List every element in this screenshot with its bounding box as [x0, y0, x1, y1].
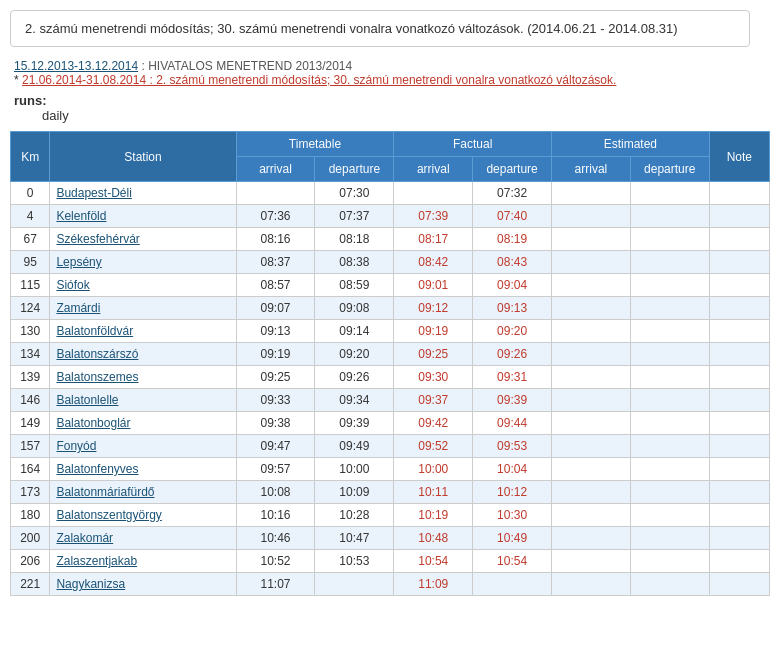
station-link[interactable]: Balatonszentgyörgy — [56, 508, 161, 522]
fa-departure: 09:13 — [473, 297, 552, 320]
station-link[interactable]: Balatonlelle — [56, 393, 118, 407]
station-link[interactable]: Nagykanizsa — [56, 577, 125, 591]
station-link[interactable]: Székesfehérvár — [56, 232, 139, 246]
station-link[interactable]: Lepsény — [56, 255, 101, 269]
notice-box: 2. számú menetrendi módosítás; 30. számú… — [10, 10, 750, 47]
tt-arrival: 11:07 — [236, 573, 315, 596]
fa-arrival: 09:42 — [394, 412, 473, 435]
station-link[interactable]: Balatonszemes — [56, 370, 138, 384]
timetable: Km Station Timetable Factual Estimated N… — [10, 131, 770, 596]
station-link[interactable]: Balatonföldvár — [56, 324, 133, 338]
note-header: Note — [709, 132, 769, 182]
tt-arrival: 10:46 — [236, 527, 315, 550]
station-cell: Balatonszentgyörgy — [50, 504, 236, 527]
station-link[interactable]: Zalaszentjakab — [56, 554, 137, 568]
table-row: 130Balatonföldvár09:1309:1409:1909:20 — [11, 320, 770, 343]
fa-arrival: 09:01 — [394, 274, 473, 297]
es-departure — [630, 251, 709, 274]
station-header: Station — [50, 132, 236, 182]
factual-header: Factual — [394, 132, 552, 157]
station-link[interactable]: Balatonfenyves — [56, 462, 138, 476]
tt-arrival: 09:19 — [236, 343, 315, 366]
table-row: 134Balatonszárszó09:1909:2009:2509:26 — [11, 343, 770, 366]
es-arrival — [551, 320, 630, 343]
fa-departure-header: departure — [473, 157, 552, 182]
tt-arrival: 09:47 — [236, 435, 315, 458]
station-link[interactable]: Budapest-Déli — [56, 186, 131, 200]
fa-arrival: 10:54 — [394, 550, 473, 573]
station-link[interactable]: Zamárdi — [56, 301, 100, 315]
station-link[interactable]: Fonyód — [56, 439, 96, 453]
es-departure — [630, 573, 709, 596]
note-cell — [709, 228, 769, 251]
timetable-link-1[interactable]: 15.12.2013-13.12.2014 — [14, 59, 138, 73]
fa-departure: 10:30 — [473, 504, 552, 527]
fa-arrival: 09:25 — [394, 343, 473, 366]
tt-departure — [315, 573, 394, 596]
fa-departure: 09:26 — [473, 343, 552, 366]
es-arrival — [551, 481, 630, 504]
es-arrival — [551, 504, 630, 527]
station-cell: Zalakomár — [50, 527, 236, 550]
station-link[interactable]: Balatonszárszó — [56, 347, 138, 361]
table-row: 206Zalaszentjakab10:5210:5310:5410:54 — [11, 550, 770, 573]
tt-arrival: 08:37 — [236, 251, 315, 274]
es-departure — [630, 274, 709, 297]
fa-departure: 09:39 — [473, 389, 552, 412]
timetable-link-2[interactable]: 21.06.2014-31.08.2014 — [22, 73, 146, 87]
fa-arrival: 10:48 — [394, 527, 473, 550]
fa-departure: 10:49 — [473, 527, 552, 550]
tt-departure-header: departure — [315, 157, 394, 182]
tt-arrival: 09:57 — [236, 458, 315, 481]
tt-arrival-header: arrival — [236, 157, 315, 182]
km-cell: 146 — [11, 389, 50, 412]
station-cell: Fonyód — [50, 435, 236, 458]
fa-departure — [473, 573, 552, 596]
es-departure — [630, 182, 709, 205]
tt-departure: 09:08 — [315, 297, 394, 320]
note-cell — [709, 320, 769, 343]
es-departure — [630, 297, 709, 320]
note-cell — [709, 205, 769, 228]
note-cell — [709, 343, 769, 366]
es-departure — [630, 320, 709, 343]
station-link[interactable]: Balatonboglár — [56, 416, 130, 430]
es-arrival — [551, 205, 630, 228]
station-cell: Zamárdi — [50, 297, 236, 320]
es-departure-header: departure — [630, 157, 709, 182]
station-cell: Balatonmáriafürdő — [50, 481, 236, 504]
km-cell: 200 — [11, 527, 50, 550]
tt-arrival: 07:36 — [236, 205, 315, 228]
km-cell: 115 — [11, 274, 50, 297]
tt-arrival: 09:38 — [236, 412, 315, 435]
table-row: 146Balatonlelle09:3309:3409:3709:39 — [11, 389, 770, 412]
es-arrival — [551, 251, 630, 274]
es-arrival — [551, 550, 630, 573]
station-cell: Balatonlelle — [50, 389, 236, 412]
es-departure — [630, 412, 709, 435]
es-arrival — [551, 389, 630, 412]
table-row: 173Balatonmáriafürdő10:0810:0910:1110:12 — [11, 481, 770, 504]
es-departure — [630, 435, 709, 458]
note-cell — [709, 550, 769, 573]
note-cell — [709, 274, 769, 297]
fa-departure: 09:53 — [473, 435, 552, 458]
km-cell: 180 — [11, 504, 50, 527]
table-row: 164Balatonfenyves09:5710:0010:0010:04 — [11, 458, 770, 481]
station-link[interactable]: Kelenföld — [56, 209, 106, 223]
note-cell — [709, 297, 769, 320]
km-cell: 0 — [11, 182, 50, 205]
es-departure — [630, 343, 709, 366]
tt-departure: 09:14 — [315, 320, 394, 343]
station-link[interactable]: Zalakomár — [56, 531, 113, 545]
fa-arrival — [394, 182, 473, 205]
station-link[interactable]: Siófok — [56, 278, 89, 292]
tt-arrival: 09:33 — [236, 389, 315, 412]
station-link[interactable]: Balatonmáriafürdő — [56, 485, 154, 499]
fa-arrival: 09:52 — [394, 435, 473, 458]
tt-departure: 10:00 — [315, 458, 394, 481]
table-row: 124Zamárdi09:0709:0809:1209:13 — [11, 297, 770, 320]
station-cell: Zalaszentjakab — [50, 550, 236, 573]
estimated-header: Estimated — [551, 132, 709, 157]
km-cell: 134 — [11, 343, 50, 366]
